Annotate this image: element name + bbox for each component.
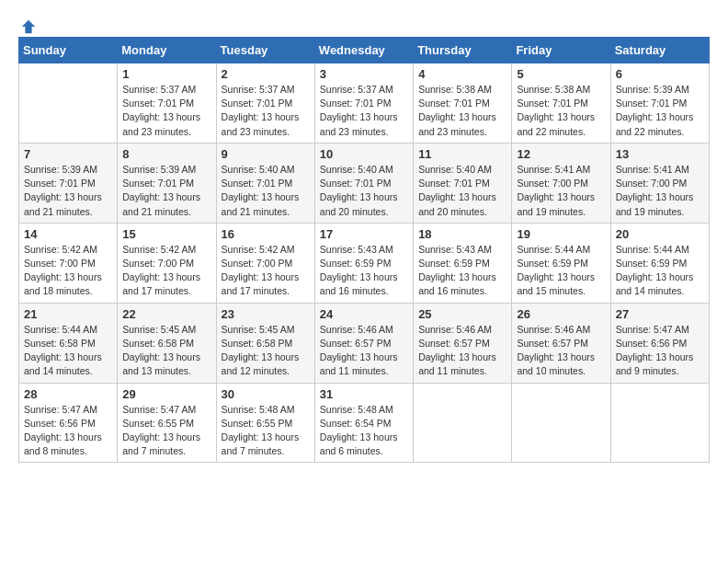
calendar-cell: 14Sunrise: 5:42 AMSunset: 7:00 PMDayligh… [19, 223, 118, 303]
day-number: 16 [222, 227, 310, 241]
day-info: Sunrise: 5:48 AMSunset: 6:55 PMDaylight:… [222, 403, 310, 459]
day-number: 21 [24, 307, 112, 321]
day-info: Sunrise: 5:45 AMSunset: 6:58 PMDaylight:… [222, 323, 310, 379]
day-number: 12 [517, 147, 605, 161]
day-info: Sunrise: 5:40 AMSunset: 7:01 PMDaylight:… [418, 163, 506, 219]
day-number: 25 [418, 307, 506, 321]
day-number: 2 [222, 67, 310, 81]
day-number: 28 [24, 387, 112, 401]
day-info: Sunrise: 5:42 AMSunset: 7:00 PMDaylight:… [24, 243, 112, 299]
day-number: 1 [122, 67, 210, 81]
day-info: Sunrise: 5:47 AMSunset: 6:55 PMDaylight:… [122, 403, 210, 459]
day-info: Sunrise: 5:40 AMSunset: 7:01 PMDaylight:… [320, 163, 408, 219]
calendar-cell: 9Sunrise: 5:40 AMSunset: 7:01 PMDaylight… [216, 143, 314, 223]
week-row-4: 21Sunrise: 5:44 AMSunset: 6:58 PMDayligh… [19, 303, 710, 383]
day-number: 30 [222, 387, 310, 401]
day-number: 22 [122, 307, 210, 321]
day-info: Sunrise: 5:43 AMSunset: 6:59 PMDaylight:… [320, 243, 408, 299]
calendar-cell: 10Sunrise: 5:40 AMSunset: 7:01 PMDayligh… [314, 143, 413, 223]
day-number: 23 [222, 307, 310, 321]
day-number: 17 [320, 227, 408, 241]
day-info: Sunrise: 5:37 AMSunset: 7:01 PMDaylight:… [320, 83, 408, 139]
calendar-cell: 4Sunrise: 5:38 AMSunset: 7:01 PMDaylight… [414, 63, 512, 144]
day-number: 27 [616, 307, 704, 321]
week-row-1: 1Sunrise: 5:37 AMSunset: 7:01 PMDaylight… [19, 63, 710, 144]
day-number: 10 [320, 147, 408, 161]
day-number: 18 [418, 227, 506, 241]
day-number: 15 [122, 227, 210, 241]
day-info: Sunrise: 5:38 AMSunset: 7:01 PMDaylight:… [517, 83, 605, 139]
calendar-cell: 30Sunrise: 5:48 AMSunset: 6:55 PMDayligh… [216, 383, 314, 463]
day-number: 13 [616, 147, 704, 161]
calendar-cell: 12Sunrise: 5:41 AMSunset: 7:00 PMDayligh… [512, 143, 610, 223]
day-number: 3 [320, 67, 408, 81]
day-info: Sunrise: 5:44 AMSunset: 6:58 PMDaylight:… [24, 323, 112, 379]
day-number: 5 [517, 67, 605, 81]
day-info: Sunrise: 5:44 AMSunset: 6:59 PMDaylight:… [517, 243, 605, 299]
day-info: Sunrise: 5:40 AMSunset: 7:01 PMDaylight:… [222, 163, 310, 219]
day-number: 11 [418, 147, 506, 161]
day-number: 4 [418, 67, 506, 81]
day-number: 20 [616, 227, 704, 241]
calendar-cell: 21Sunrise: 5:44 AMSunset: 6:58 PMDayligh… [19, 303, 118, 383]
day-info: Sunrise: 5:37 AMSunset: 7:01 PMDaylight:… [122, 83, 210, 139]
day-info: Sunrise: 5:39 AMSunset: 7:01 PMDaylight:… [122, 163, 210, 219]
column-header-saturday: Saturday [610, 38, 709, 63]
calendar-cell: 22Sunrise: 5:45 AMSunset: 6:58 PMDayligh… [118, 303, 216, 383]
day-info: Sunrise: 5:39 AMSunset: 7:01 PMDaylight:… [24, 163, 112, 219]
calendar-cell: 20Sunrise: 5:44 AMSunset: 6:59 PMDayligh… [610, 223, 709, 303]
day-info: Sunrise: 5:37 AMSunset: 7:01 PMDaylight:… [222, 83, 310, 139]
calendar-cell: 16Sunrise: 5:42 AMSunset: 7:00 PMDayligh… [216, 223, 314, 303]
day-number: 24 [320, 307, 408, 321]
day-info: Sunrise: 5:38 AMSunset: 7:01 PMDaylight:… [418, 83, 506, 139]
calendar-cell: 13Sunrise: 5:41 AMSunset: 7:00 PMDayligh… [610, 143, 709, 223]
column-header-friday: Friday [512, 38, 610, 63]
day-info: Sunrise: 5:47 AMSunset: 6:56 PMDaylight:… [616, 323, 704, 379]
calendar-table: SundayMondayTuesdayWednesdayThursdayFrid… [18, 37, 710, 463]
column-header-wednesday: Wednesday [314, 38, 413, 63]
day-info: Sunrise: 5:45 AMSunset: 6:58 PMDaylight:… [122, 323, 210, 379]
calendar-cell: 29Sunrise: 5:47 AMSunset: 6:55 PMDayligh… [118, 383, 216, 463]
calendar-cell: 11Sunrise: 5:40 AMSunset: 7:01 PMDayligh… [414, 143, 512, 223]
column-header-sunday: Sunday [19, 38, 118, 63]
calendar-header-row: SundayMondayTuesdayWednesdayThursdayFrid… [19, 38, 710, 63]
day-number: 6 [616, 67, 704, 81]
calendar-cell: 3Sunrise: 5:37 AMSunset: 7:01 PMDaylight… [314, 63, 413, 144]
day-info: Sunrise: 5:44 AMSunset: 6:59 PMDaylight:… [616, 243, 704, 299]
calendar-cell: 27Sunrise: 5:47 AMSunset: 6:56 PMDayligh… [610, 303, 709, 383]
calendar-cell: 23Sunrise: 5:45 AMSunset: 6:58 PMDayligh… [216, 303, 314, 383]
day-info: Sunrise: 5:48 AMSunset: 6:54 PMDaylight:… [320, 403, 408, 459]
day-info: Sunrise: 5:39 AMSunset: 7:01 PMDaylight:… [616, 83, 704, 139]
calendar-cell: 19Sunrise: 5:44 AMSunset: 6:59 PMDayligh… [512, 223, 610, 303]
page-header [18, 18, 710, 28]
day-number: 31 [320, 387, 408, 401]
svg-marker-0 [22, 20, 35, 33]
calendar-cell: 1Sunrise: 5:37 AMSunset: 7:01 PMDaylight… [118, 63, 216, 144]
day-number: 7 [24, 147, 112, 161]
calendar-cell: 18Sunrise: 5:43 AMSunset: 6:59 PMDayligh… [414, 223, 512, 303]
day-info: Sunrise: 5:42 AMSunset: 7:00 PMDaylight:… [122, 243, 210, 299]
day-info: Sunrise: 5:46 AMSunset: 6:57 PMDaylight:… [320, 323, 408, 379]
week-row-2: 7Sunrise: 5:39 AMSunset: 7:01 PMDaylight… [19, 143, 710, 223]
week-row-3: 14Sunrise: 5:42 AMSunset: 7:00 PMDayligh… [19, 223, 710, 303]
column-header-thursday: Thursday [414, 38, 512, 63]
day-info: Sunrise: 5:46 AMSunset: 6:57 PMDaylight:… [418, 323, 506, 379]
calendar-cell [610, 383, 709, 463]
day-info: Sunrise: 5:41 AMSunset: 7:00 PMDaylight:… [616, 163, 704, 219]
calendar-cell: 2Sunrise: 5:37 AMSunset: 7:01 PMDaylight… [216, 63, 314, 144]
calendar-cell [19, 63, 118, 144]
day-info: Sunrise: 5:46 AMSunset: 6:57 PMDaylight:… [517, 323, 605, 379]
day-info: Sunrise: 5:43 AMSunset: 6:59 PMDaylight:… [418, 243, 506, 299]
week-row-5: 28Sunrise: 5:47 AMSunset: 6:56 PMDayligh… [19, 383, 710, 463]
calendar-cell: 8Sunrise: 5:39 AMSunset: 7:01 PMDaylight… [118, 143, 216, 223]
column-header-monday: Monday [118, 38, 216, 63]
calendar-cell: 15Sunrise: 5:42 AMSunset: 7:00 PMDayligh… [118, 223, 216, 303]
calendar-cell: 25Sunrise: 5:46 AMSunset: 6:57 PMDayligh… [414, 303, 512, 383]
day-number: 8 [122, 147, 210, 161]
calendar-cell: 5Sunrise: 5:38 AMSunset: 7:01 PMDaylight… [512, 63, 610, 144]
day-number: 29 [122, 387, 210, 401]
calendar-cell: 6Sunrise: 5:39 AMSunset: 7:01 PMDaylight… [610, 63, 709, 144]
calendar-cell: 31Sunrise: 5:48 AMSunset: 6:54 PMDayligh… [314, 383, 413, 463]
column-header-tuesday: Tuesday [216, 38, 314, 63]
calendar-cell: 7Sunrise: 5:39 AMSunset: 7:01 PMDaylight… [19, 143, 118, 223]
